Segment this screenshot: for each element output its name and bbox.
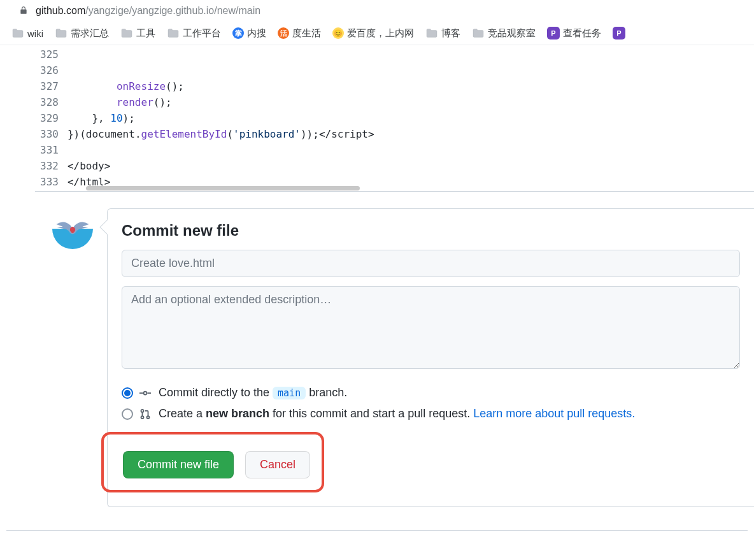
commit-form: Commit new file Commit directly to the m… bbox=[107, 208, 754, 507]
bookmarks-bar: wiki需求汇总工具工作平台掌内搜活度生活😊爱百度，上内网博客竞品观察室P查看任… bbox=[0, 22, 754, 45]
url-text: github.com/yangzige/yangzige.github.io/n… bbox=[36, 5, 260, 17]
commit-heading: Commit new file bbox=[122, 222, 740, 240]
bookmark-item[interactable]: 工作平台 bbox=[167, 27, 221, 39]
lock-icon bbox=[19, 6, 28, 17]
bookmark-item[interactable]: P查看任务 bbox=[547, 27, 601, 39]
user-avatar[interactable] bbox=[52, 208, 93, 249]
option-commit-direct[interactable]: Commit directly to the main branch. bbox=[122, 382, 740, 403]
svg-point-3 bbox=[141, 409, 143, 412]
watermark: @51CTO博客 bbox=[0, 556, 754, 560]
footer-separator bbox=[6, 530, 748, 556]
commit-description-input[interactable] bbox=[122, 286, 740, 369]
bookmark-item[interactable]: P bbox=[613, 27, 625, 39]
git-commit-icon bbox=[139, 387, 152, 399]
radio-unselected-icon bbox=[122, 408, 133, 420]
option-direct-text: Commit directly to the main branch. bbox=[159, 386, 347, 399]
horizontal-scrollbar[interactable] bbox=[86, 186, 360, 190]
bookmark-item[interactable]: 😊爱百度，上内网 bbox=[332, 27, 414, 39]
favicon-icon: 掌 bbox=[232, 27, 244, 39]
bookmark-item[interactable]: 博客 bbox=[425, 27, 460, 39]
svg-point-0 bbox=[144, 391, 147, 394]
favicon-icon: P bbox=[613, 27, 625, 39]
bookmark-item[interactable]: 竞品观察室 bbox=[472, 27, 536, 39]
highlight-annotation: Commit new file Cancel bbox=[101, 432, 324, 492]
svg-point-4 bbox=[141, 416, 143, 419]
favicon-icon: P bbox=[547, 27, 560, 39]
bookmark-item[interactable]: 掌内搜 bbox=[232, 27, 266, 39]
radio-selected-icon bbox=[122, 387, 133, 399]
code-content: onResize(); render(); }, 10);})(document… bbox=[68, 45, 374, 191]
cancel-button[interactable]: Cancel bbox=[245, 451, 310, 478]
option-new-branch[interactable]: Create a new branch for this commit and … bbox=[122, 403, 740, 424]
svg-point-5 bbox=[146, 416, 149, 419]
line-number-gutter: 325326327328329330331332333 bbox=[35, 45, 68, 191]
bookmark-item[interactable]: 需求汇总 bbox=[55, 27, 109, 39]
url-bar[interactable]: github.com/yangzige/yangzige.github.io/n… bbox=[0, 0, 754, 22]
branch-chip: main bbox=[273, 387, 306, 399]
option-branch-text: Create a new branch for this commit and … bbox=[159, 407, 635, 420]
git-pull-request-icon bbox=[139, 408, 152, 420]
learn-more-link[interactable]: Learn more about pull requests. bbox=[473, 407, 635, 420]
bookmark-item[interactable]: 活度生活 bbox=[278, 27, 321, 39]
code-editor[interactable]: 325326327328329330331332333 onResize(); … bbox=[35, 45, 754, 192]
bookmark-item[interactable]: wiki bbox=[11, 28, 43, 39]
commit-button[interactable]: Commit new file bbox=[123, 451, 234, 478]
favicon-icon: 😊 bbox=[332, 27, 344, 39]
commit-section: Commit new file Commit directly to the m… bbox=[52, 208, 754, 507]
commit-summary-input[interactable] bbox=[122, 250, 740, 277]
favicon-icon: 活 bbox=[278, 27, 289, 39]
bookmark-item[interactable]: 工具 bbox=[120, 27, 155, 39]
commit-options: Commit directly to the main branch. Crea… bbox=[122, 382, 740, 424]
